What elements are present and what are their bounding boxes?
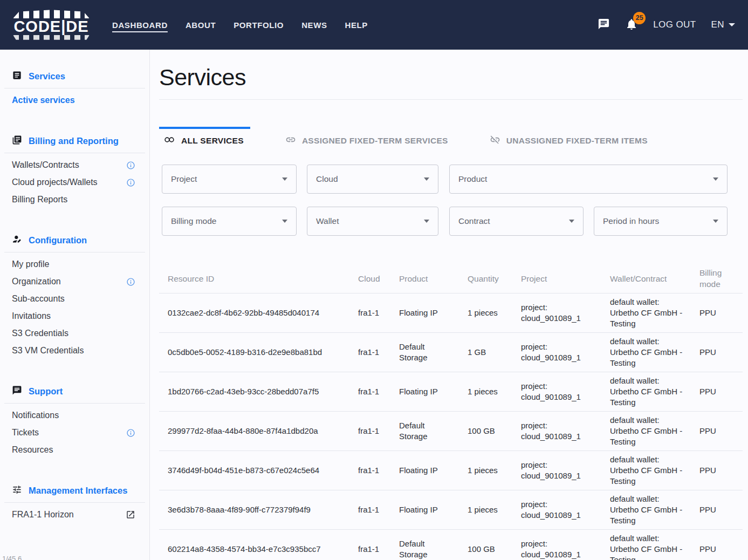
nav-link-about[interactable]: ABOUT xyxy=(186,21,216,30)
sidebar-item-wallets-contracts[interactable]: Wallets/Contracts xyxy=(0,156,149,174)
select-label: Period in hours xyxy=(603,216,659,226)
quantity-cell: 100 GB xyxy=(459,422,512,440)
notifications-count-badge: 25 xyxy=(633,12,646,24)
open-in-new-icon[interactable] xyxy=(126,510,135,520)
sidebar-item-sub-accounts[interactable]: Sub-accounts xyxy=(0,290,149,308)
sidebar-section-management-interfaces: Management Interfaces FRA1-1 Horizon xyxy=(0,481,149,523)
billing-mode-cell: PPU xyxy=(691,344,743,361)
sidebar-item-notifications[interactable]: Notifications xyxy=(0,407,149,424)
table-header-row: Resource ID Cloud Product Quantity Proje… xyxy=(159,264,743,293)
nav-link-dashboard[interactable]: DASHBOARD xyxy=(112,21,168,30)
services-tabs: ALL SERVICES ASSIGNED FIXED-TERM SERVICE… xyxy=(159,127,743,153)
billing-mode-filter-select[interactable]: Billing mode xyxy=(162,207,297,236)
chevron-down-icon xyxy=(729,23,735,26)
billing-mode-cell: PPU xyxy=(691,501,743,518)
sidebar-header-services: Services xyxy=(0,67,149,88)
info-icon[interactable] xyxy=(126,428,135,438)
contract-filter-select[interactable]: Contract xyxy=(449,207,584,236)
sidebar-item-billing-reports[interactable]: Billing Reports xyxy=(0,191,149,208)
wallet-contract-cell: default wallet: Urbetho CF GmbH - Testin… xyxy=(601,451,691,490)
resource-id-cell: 3e6d3b78-8aaa-4f89-90ff-c772379f94f9 xyxy=(159,501,349,518)
logo-text: CODE|DE xyxy=(13,18,90,35)
table-row: 0c5db0e5-0052-4189-b316-d2e9e8ba81bd fra… xyxy=(159,333,743,372)
cloud-cell: fra1-1 xyxy=(349,383,390,400)
sidebar-item-fra1-1-horizon[interactable]: FRA1-1 Horizon xyxy=(0,506,149,523)
select-label: Cloud xyxy=(316,174,338,184)
table-row: 3e6d3b78-8aaa-4f89-90ff-c772379f94f9 fra… xyxy=(159,490,743,530)
messages-button[interactable] xyxy=(598,18,610,32)
library-books-icon xyxy=(12,135,22,147)
filter-row-2: Billing mode Wallet Contract Period in h… xyxy=(162,207,743,236)
project-cell: project: cloud_901089_1 xyxy=(512,456,601,484)
column-header-resource-id: Resource ID xyxy=(159,270,349,288)
page-indicator: 1/45.6 xyxy=(2,555,22,560)
notifications-button[interactable]: 25 xyxy=(625,18,638,32)
tab-assigned-fixed-term-services[interactable]: ASSIGNED FIXED-TERM SERVICES xyxy=(281,127,455,153)
sidebar-item-organization[interactable]: Organization xyxy=(0,273,149,290)
table-row: 299977d2-8faa-44b4-880e-87f4a1dbd20a fra… xyxy=(159,412,743,451)
tab-label: ASSIGNED FIXED-TERM SERVICES xyxy=(302,136,448,146)
sidebar-item-cloud-projects-wallets[interactable]: Cloud projects/Wallets xyxy=(0,174,149,191)
column-header-product: Product xyxy=(390,270,459,288)
cloud-filter-select[interactable]: Cloud xyxy=(307,165,438,194)
sidebar-item-s3-credentials[interactable]: S3 Credentials xyxy=(0,325,149,342)
product-cell: Floating IP xyxy=(390,462,459,479)
sidebar-item-s3-vm-credentials[interactable]: S3 VM Credentials xyxy=(0,342,149,359)
project-filter-select[interactable]: Project xyxy=(162,165,297,194)
tab-label: ALL SERVICES xyxy=(181,136,244,146)
period-in-hours-filter-select[interactable]: Period in hours xyxy=(594,207,728,236)
wallet-contract-cell: default wallet: Urbetho CF GmbH - Testin… xyxy=(601,372,691,411)
select-label: Billing mode xyxy=(171,216,216,226)
column-header-quantity: Quantity xyxy=(459,270,512,288)
tab-unassigned-fixed-term-items[interactable]: UNASSIGNED FIXED-TERM ITEMS xyxy=(485,127,654,153)
language-selector[interactable]: EN xyxy=(711,19,735,30)
nav-link-portfolio[interactable]: PORTFOLIO xyxy=(234,21,284,30)
sidebar-divider xyxy=(4,153,145,153)
wallet-filter-select[interactable]: Wallet xyxy=(307,207,438,236)
dropdown-arrow-icon xyxy=(713,177,718,181)
manage-accounts-icon xyxy=(12,234,22,247)
sidebar-item-my-profile[interactable]: My profile xyxy=(0,256,149,273)
sidebar-item-active-services[interactable]: Active services xyxy=(0,92,149,109)
sidebar-header-label: Configuration xyxy=(29,235,87,245)
billing-mode-cell: PPU xyxy=(691,422,743,440)
tab-all-services[interactable]: ALL SERVICES xyxy=(159,127,250,153)
wallet-contract-cell: default wallet: Urbetho CF GmbH - Testin… xyxy=(601,412,691,450)
sidebar-item-tickets[interactable]: Tickets xyxy=(0,424,149,441)
title-divider xyxy=(159,99,743,100)
main-nav: DASHBOARD ABOUT PORTFOLIO NEWS HELP xyxy=(112,21,368,30)
chat-icon xyxy=(12,385,22,398)
nav-link-help[interactable]: HELP xyxy=(345,21,368,30)
select-label: Product xyxy=(458,174,487,184)
info-icon[interactable] xyxy=(126,178,135,187)
logo-stripes-top xyxy=(13,10,90,18)
column-header-cloud: Cloud xyxy=(349,270,390,288)
logout-button[interactable]: LOG OUT xyxy=(653,19,696,30)
sidebar-item-label: Organization xyxy=(12,277,61,286)
product-filter-select[interactable]: Product xyxy=(449,165,728,194)
sidebar-item-resources[interactable]: Resources xyxy=(0,441,149,459)
quantity-cell: 100 GB xyxy=(459,541,512,558)
info-icon[interactable] xyxy=(126,161,135,170)
cloud-cell: fra1-1 xyxy=(349,304,390,322)
project-cell: project: cloud_901089_1 xyxy=(512,535,601,560)
billing-mode-cell: PPU xyxy=(691,383,743,400)
info-icon[interactable] xyxy=(126,277,135,286)
dropdown-arrow-icon xyxy=(282,177,287,181)
sidebar-divider xyxy=(4,252,145,252)
table-row: 0132cae2-dc8f-4b62-92bb-49485d040174 fra… xyxy=(159,293,743,333)
cloud-cell: fra1-1 xyxy=(349,422,390,440)
codede-logo[interactable]: CODE|DE xyxy=(13,10,90,39)
sidebar-item-invitations[interactable]: Invitations xyxy=(0,308,149,325)
filters: Project Cloud Product Billing mode Walle… xyxy=(162,165,743,236)
wallet-contract-cell: default wallet: Urbetho CF GmbH - Testin… xyxy=(601,333,691,372)
nav-link-news[interactable]: NEWS xyxy=(301,21,327,30)
dropdown-arrow-icon xyxy=(424,220,429,223)
resource-id-cell: 299977d2-8faa-44b4-880e-87f4a1dbd20a xyxy=(159,422,349,440)
sidebar-item-label: Resources xyxy=(12,445,53,455)
sidebar-section-billing: Billing and Reporting Wallets/Contracts … xyxy=(0,132,149,208)
sidebar-divider xyxy=(4,403,145,404)
table-row: 1bd20766-c2ad-43eb-93cc-28bedd07a7f5 fra… xyxy=(159,372,743,412)
main-content: Services ALL SERVICES ASSIGNED FIXED-TER… xyxy=(150,50,748,560)
column-header-billing-mode: Billing mode xyxy=(691,264,743,293)
